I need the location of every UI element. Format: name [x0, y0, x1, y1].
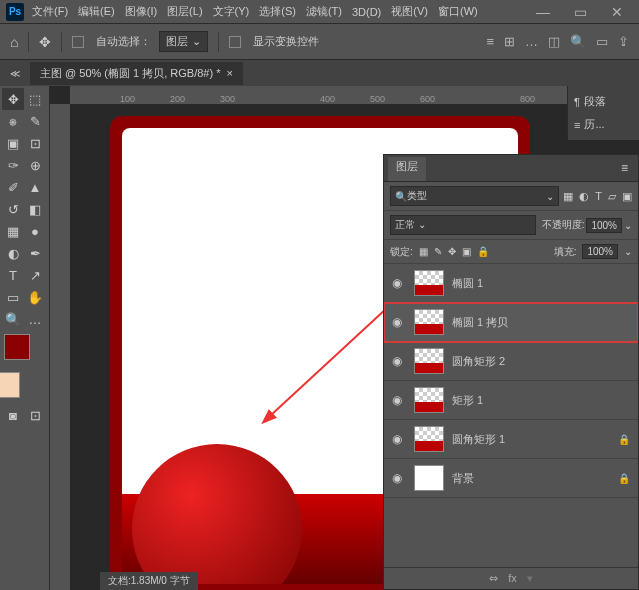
history-panel-tab[interactable]: ≡ 历...	[572, 113, 635, 136]
home-icon[interactable]: ⌂	[10, 34, 18, 50]
document-tab-bar: ≪ 主图 @ 50% (椭圆 1 拷贝, RGB/8#) * ×	[0, 60, 639, 86]
layer-list: ◉ 椭圆 1 ◉ 椭圆 1 拷贝 ◉ 圆角矩形 2 ◉ 矩形 1 ◉	[384, 264, 638, 567]
edit-toolbar[interactable]: …	[24, 308, 46, 330]
tab-close-icon[interactable]: ×	[227, 67, 233, 79]
visibility-icon[interactable]: ◉	[392, 471, 406, 485]
brush-tool[interactable]: ✐	[2, 176, 24, 198]
layer-row[interactable]: ◉ 圆角矩形 1 🔒	[384, 420, 638, 459]
history-brush-tool[interactable]: ↺	[2, 198, 24, 220]
gradient-tool[interactable]: ▦	[2, 220, 24, 242]
menu-3d[interactable]: 3D(D)	[352, 6, 381, 18]
workspace-icon[interactable]: ▭	[596, 34, 608, 49]
layer-row[interactable]: ◉ 背景 🔒	[384, 459, 638, 498]
visibility-icon[interactable]: ◉	[392, 354, 406, 368]
layer-row[interactable]: ◉ 椭圆 1 拷贝	[384, 303, 638, 342]
visibility-icon[interactable]: ◉	[392, 315, 406, 329]
menu-view[interactable]: 视图(V)	[391, 4, 428, 19]
lock-indicator-icon: 🔒	[618, 473, 630, 484]
lock-pixel-icon[interactable]: ✎	[434, 246, 442, 257]
layers-tab[interactable]: 图层	[388, 157, 426, 181]
dodge-tool[interactable]: ◐	[2, 242, 24, 264]
filter-smart-icon[interactable]: ▣	[622, 190, 632, 203]
link-layers-icon[interactable]: ⇔	[489, 572, 498, 585]
frame-tool[interactable]: ⊡	[24, 132, 46, 154]
filter-type-icon[interactable]: T	[595, 190, 602, 203]
transform-label: 显示变换控件	[253, 34, 319, 49]
lock-icon[interactable]: 🔒	[477, 246, 489, 257]
search-icon[interactable]: 🔍	[570, 34, 586, 49]
paragraph-panel-tab[interactable]: ¶ 段落	[572, 90, 635, 113]
layer-thumbnail[interactable]	[414, 348, 444, 374]
screenmode-tool[interactable]: ⊡	[24, 404, 46, 426]
maximize-icon[interactable]: ▭	[574, 4, 587, 20]
share-icon[interactable]: ⇪	[618, 34, 629, 49]
layer-thumbnail[interactable]	[414, 426, 444, 452]
menu-bar: Ps 文件(F) 编辑(E) 图像(I) 图层(L) 文字(Y) 选择(S) 滤…	[0, 0, 639, 24]
collapse-icon[interactable]: ≪	[10, 68, 20, 79]
layer-row[interactable]: ◉ 椭圆 1	[384, 264, 638, 303]
color-swatches[interactable]	[2, 330, 47, 404]
hand-tool[interactable]: ✋	[24, 286, 46, 308]
fx-icon[interactable]: fx	[508, 572, 517, 585]
document-tab[interactable]: 主图 @ 50% (椭圆 1 拷贝, RGB/8#) * ×	[30, 62, 243, 85]
menu-window[interactable]: 窗口(W)	[438, 4, 478, 19]
filter-adjust-icon[interactable]: ◐	[579, 190, 589, 203]
eyedropper-tool[interactable]: ✑	[2, 154, 24, 176]
type-tool[interactable]: T	[2, 264, 24, 286]
visibility-icon[interactable]: ◉	[392, 276, 406, 290]
toolbox: ✥ ⬚ ⎈ ✎ ▣ ⊡ ✑ ⊕ ✐ ▲ ↺ ◧ ▦ ● ◐ ✒ T ↗ ▭ ✋ …	[0, 86, 50, 590]
zoom-tool[interactable]: 🔍	[2, 308, 24, 330]
lasso-tool[interactable]: ⎈	[2, 110, 24, 132]
crop-tool[interactable]: ▣	[2, 132, 24, 154]
layer-thumbnail[interactable]	[414, 387, 444, 413]
move-tool[interactable]: ✥	[2, 88, 24, 110]
shape-tool[interactable]: ▭	[2, 286, 24, 308]
layer-thumbnail[interactable]	[414, 309, 444, 335]
heal-tool[interactable]: ⊕	[24, 154, 46, 176]
move-tool-icon[interactable]: ✥	[39, 34, 51, 50]
filter-pixel-icon[interactable]: ▦	[563, 190, 573, 203]
layer-filter-dropdown[interactable]: 🔍 类型 ⌄	[390, 186, 559, 206]
autoselect-checkbox[interactable]	[72, 36, 84, 48]
visibility-icon[interactable]: ◉	[392, 393, 406, 407]
menu-edit[interactable]: 编辑(E)	[78, 4, 115, 19]
layer-row[interactable]: ◉ 圆角矩形 2	[384, 342, 638, 381]
blend-mode-dropdown[interactable]: 正常 ⌄	[390, 215, 536, 235]
marquee-tool[interactable]: ⬚	[24, 88, 46, 110]
menu-type[interactable]: 文字(Y)	[213, 4, 250, 19]
lock-artboard-icon[interactable]: ▣	[462, 246, 471, 257]
opacity-label: 不透明度:	[542, 218, 585, 232]
menu-layer[interactable]: 图层(L)	[167, 4, 202, 19]
panel-menu-icon[interactable]: ≡	[621, 161, 628, 175]
quickselect-tool[interactable]: ✎	[24, 110, 46, 132]
close-icon[interactable]: ✕	[611, 4, 623, 20]
3d-icon[interactable]: ◫	[548, 34, 560, 49]
menu-filter[interactable]: 滤镜(T)	[306, 4, 342, 19]
layer-thumbnail[interactable]	[414, 270, 444, 296]
path-tool[interactable]: ↗	[24, 264, 46, 286]
minimize-icon[interactable]: —	[536, 4, 550, 20]
align-icon[interactable]: ≡	[486, 34, 494, 49]
blur-tool[interactable]: ●	[24, 220, 46, 242]
lock-position-icon[interactable]: ✥	[448, 246, 456, 257]
layers-panel: 图层 ≡ 🔍 类型 ⌄ ▦ ◐ T ▱ ▣ 正常 ⌄ 不透明度: 100%⌄ 锁…	[383, 154, 639, 590]
transform-checkbox[interactable]	[229, 36, 241, 48]
distribute-icon[interactable]: ⊞	[504, 34, 515, 49]
quickmask-tool[interactable]: ◙	[2, 404, 24, 426]
menu-select[interactable]: 选择(S)	[259, 4, 296, 19]
menu-file[interactable]: 文件(F)	[32, 4, 68, 19]
pen-tool[interactable]: ✒	[24, 242, 46, 264]
filter-shape-icon[interactable]: ▱	[608, 190, 616, 203]
layer-thumbnail[interactable]	[414, 465, 444, 491]
layer-row[interactable]: ◉ 矩形 1	[384, 381, 638, 420]
lock-all-icon[interactable]: ▦	[419, 246, 428, 257]
eraser-tool[interactable]: ◧	[24, 198, 46, 220]
visibility-icon[interactable]: ◉	[392, 432, 406, 446]
menu-image[interactable]: 图像(I)	[125, 4, 157, 19]
opacity-value[interactable]: 100%	[586, 218, 622, 233]
stamp-tool[interactable]: ▲	[24, 176, 46, 198]
more-icon[interactable]: …	[525, 34, 538, 49]
fill-value[interactable]: 100%	[582, 244, 618, 259]
autoselect-target-dropdown[interactable]: 图层⌄	[159, 31, 208, 52]
options-bar: ⌂ ✥ 自动选择： 图层⌄ 显示变换控件 ≡ ⊞ … ◫ 🔍 ▭ ⇪	[0, 24, 639, 60]
